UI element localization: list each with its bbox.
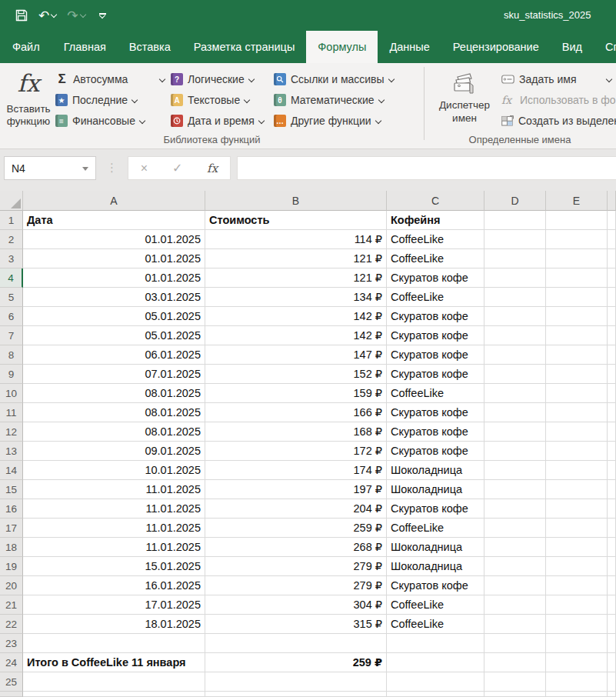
cell-C18[interactable]: Шоколадница [387,538,484,557]
cell-A17[interactable]: 11.01.2025 [23,519,205,538]
name-manager-button[interactable]: Диспетчер имен [429,69,500,137]
formula-bar-drag-handle[interactable]: ⋮ [106,161,118,175]
row-header-25[interactable]: 25 [0,672,23,692]
row-header-12[interactable]: 12 [0,422,23,442]
cell-D7[interactable] [484,326,546,345]
cell-E2[interactable] [546,230,608,249]
cell-A9[interactable]: 07.01.2025 [23,365,205,384]
row-header-2[interactable]: 2 [0,230,23,249]
financial-button[interactable]: ≡ Финансовые [55,111,169,131]
cell-A5[interactable]: 03.01.2025 [23,288,205,307]
tab-formulas[interactable]: Формулы [306,31,378,63]
cell-C11[interactable]: Скуратов кофе [387,403,484,422]
formula-input[interactable] [237,156,616,180]
cell-partial[interactable] [387,692,484,697]
cell-F2[interactable] [608,230,616,249]
cell-F21[interactable] [608,595,616,615]
tab-page-layout[interactable]: Разметка страницы [182,31,307,63]
row-header-18[interactable]: 18 [0,538,23,557]
cell-A20[interactable]: 16.01.2025 [23,576,205,595]
tab-data[interactable]: Данные [378,31,441,63]
row-header-8[interactable]: 8 [0,345,23,365]
cell-F19[interactable] [608,557,616,576]
cell-B19[interactable]: 279 ₽ [205,557,387,576]
cell-B2[interactable]: 114 ₽ [205,230,387,249]
cell-C7[interactable]: Скуратов кофе [387,326,484,345]
cell-C2[interactable]: CoffeeLike [387,230,484,249]
enter-button[interactable]: ✓ [172,161,182,175]
cell-D6[interactable] [484,307,546,326]
cell-F1[interactable] [608,211,616,230]
column-header-B[interactable]: B [205,191,387,211]
cell-E10[interactable] [546,384,608,403]
row-header-19[interactable]: 19 [0,557,23,576]
name-box-dropdown-icon[interactable] [82,167,88,171]
cell-B1[interactable]: Стоимость [205,211,387,230]
cell-F17[interactable] [608,519,616,538]
row-header-1[interactable]: 1 [0,211,23,230]
logical-button[interactable]: ? Логические [171,69,272,89]
cell-F16[interactable] [608,499,616,519]
row-header-15[interactable]: 15 [0,480,23,499]
cell-E18[interactable] [546,538,608,557]
column-header-D[interactable]: D [484,191,546,211]
cell-E8[interactable] [546,345,608,365]
cell-D3[interactable] [484,249,546,268]
cell-D11[interactable] [484,403,546,422]
cell-C23[interactable] [387,634,484,653]
cell-E16[interactable] [546,499,608,519]
cell-C17[interactable]: CoffeeLike [387,519,484,538]
cell-partial[interactable] [23,692,205,697]
cell-A11[interactable]: 08.01.2025 [23,403,205,422]
cell-D10[interactable] [484,384,546,403]
cell-B20[interactable]: 279 ₽ [205,576,387,595]
cell-F14[interactable] [608,461,616,480]
cell-B3[interactable]: 121 ₽ [205,249,387,268]
column-header-partial[interactable] [608,191,616,211]
row-header-10[interactable]: 10 [0,384,23,403]
cell-E7[interactable] [546,326,608,345]
define-name-button[interactable]: Задать имя [501,69,616,89]
cell-B11[interactable]: 166 ₽ [205,403,387,422]
column-header-A[interactable]: A [23,191,205,211]
cell-A4[interactable]: 01.01.2025 [23,268,205,288]
cell-D18[interactable] [484,538,546,557]
cell-A13[interactable]: 09.01.2025 [23,442,205,461]
cell-A18[interactable]: 11.01.2025 [23,538,205,557]
cell-D5[interactable] [484,288,546,307]
cell-E23[interactable] [546,634,608,653]
redo-button[interactable]: ↷ [67,9,85,22]
cell-D22[interactable] [484,615,546,634]
cancel-button[interactable]: × [141,162,148,175]
cell-E25[interactable] [546,672,608,692]
save-button[interactable] [15,9,28,22]
cell-D20[interactable] [484,576,546,595]
cell-F15[interactable] [608,480,616,499]
cell-D23[interactable] [484,634,546,653]
cell-E14[interactable] [546,461,608,480]
cell-F10[interactable] [608,384,616,403]
row-header-7[interactable]: 7 [0,326,23,345]
cell-B21[interactable]: 304 ₽ [205,595,387,615]
cell-C22[interactable]: CoffeeLike [387,615,484,634]
cell-F18[interactable] [608,538,616,557]
row-header-13[interactable]: 13 [0,442,23,461]
cell-A19[interactable]: 15.01.2025 [23,557,205,576]
cell-B17[interactable]: 259 ₽ [205,519,387,538]
cell-B18[interactable]: 268 ₽ [205,538,387,557]
cell-F25[interactable] [608,672,616,692]
date-time-button[interactable]: Дата и время [171,111,272,131]
row-header-17[interactable]: 17 [0,519,23,538]
cell-F6[interactable] [608,307,616,326]
cell-B9[interactable]: 152 ₽ [205,365,387,384]
cell-B22[interactable]: 315 ₽ [205,615,387,634]
column-header-C[interactable]: C [387,191,484,211]
cell-A22[interactable]: 18.01.2025 [23,615,205,634]
cell-C4[interactable]: Скуратов кофе [387,268,484,288]
cell-E11[interactable] [546,403,608,422]
cell-A7[interactable]: 05.01.2025 [23,326,205,345]
row-header-22[interactable]: 22 [0,615,23,634]
cell-partial[interactable] [205,692,387,697]
cell-A14[interactable]: 10.01.2025 [23,461,205,480]
cell-D24[interactable] [484,653,546,672]
